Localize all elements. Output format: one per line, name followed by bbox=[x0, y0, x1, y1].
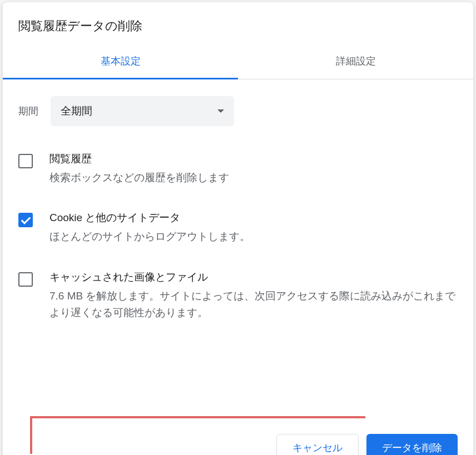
option-cached-images: キャッシュされた画像とファイル 7.6 MB を解放します。サイトによっては、次… bbox=[18, 270, 458, 322]
annotation-line bbox=[30, 416, 32, 454]
option-text-block: キャッシュされた画像とファイル 7.6 MB を解放します。サイトによっては、次… bbox=[49, 270, 458, 322]
period-row: 期間 全期間 bbox=[18, 96, 458, 126]
option-desc: 検索ボックスなどの履歴を削除します bbox=[49, 169, 458, 186]
tabs-bar: 基本設定 詳細設定 bbox=[3, 44, 473, 79]
option-text-block: 閲覧履歴 検索ボックスなどの履歴を削除します bbox=[49, 152, 458, 186]
delete-data-button[interactable]: データを削除 bbox=[366, 434, 458, 455]
chevron-down-icon bbox=[217, 109, 224, 113]
checkbox-browsing-history[interactable] bbox=[18, 154, 33, 168]
dialog-title: 閲覧履歴データの削除 bbox=[3, 2, 473, 44]
checkbox-cached-images[interactable] bbox=[18, 272, 33, 287]
spacer bbox=[18, 346, 458, 418]
tab-basic[interactable]: 基本設定 bbox=[3, 44, 238, 79]
option-cookies: Cookie と他のサイトデータ ほとんどのサイトからログアウトします。 bbox=[18, 211, 458, 245]
option-title: 閲覧履歴 bbox=[49, 152, 458, 166]
period-label: 期間 bbox=[18, 104, 38, 118]
option-title: Cookie と他のサイトデータ bbox=[49, 211, 458, 225]
option-browsing-history: 閲覧履歴 検索ボックスなどの履歴を削除します bbox=[18, 152, 458, 186]
option-title: キャッシュされた画像とファイル bbox=[49, 270, 458, 284]
option-desc: 7.6 MB を解放します。サイトによっては、次回アクセスする際に読み込みがこれ… bbox=[49, 288, 458, 322]
clear-browsing-data-dialog: 閲覧履歴データの削除 基本設定 詳細設定 期間 全期間 閲覧履歴 検索ボックスな… bbox=[3, 2, 473, 455]
annotation-line bbox=[30, 416, 365, 418]
dialog-footer: キャンセル データを削除 bbox=[3, 424, 473, 455]
period-dropdown[interactable]: 全期間 bbox=[51, 96, 234, 126]
checkbox-cookies[interactable] bbox=[18, 213, 33, 227]
dialog-content: 期間 全期間 閲覧履歴 検索ボックスなどの履歴を削除します Cookie と他の… bbox=[3, 79, 473, 424]
option-desc: ほとんどのサイトからログアウトします。 bbox=[49, 228, 458, 245]
period-dropdown-value: 全期間 bbox=[61, 104, 92, 118]
option-text-block: Cookie と他のサイトデータ ほとんどのサイトからログアウトします。 bbox=[49, 211, 458, 245]
tab-advanced[interactable]: 詳細設定 bbox=[238, 44, 473, 79]
cancel-button[interactable]: キャンセル bbox=[276, 434, 359, 455]
